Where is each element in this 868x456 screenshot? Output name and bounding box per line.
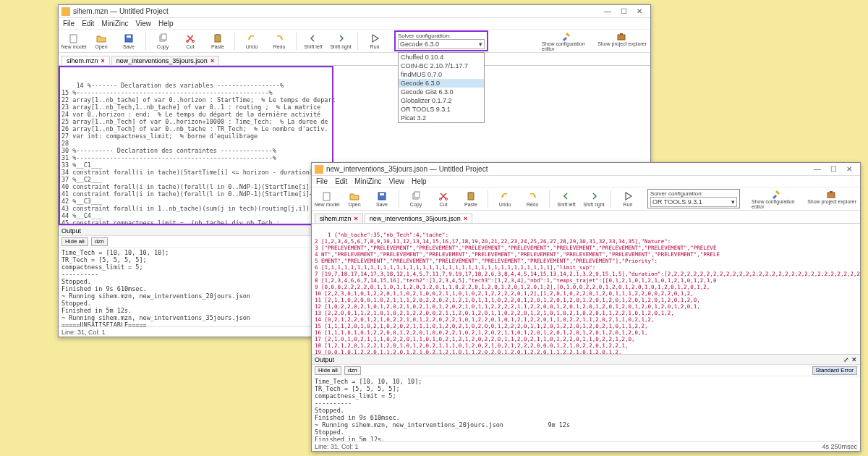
copy-button[interactable]: Copy bbox=[150, 33, 175, 49]
svg-rect-9 bbox=[618, 35, 625, 40]
close-button[interactable]: ✕ bbox=[631, 7, 647, 15]
std-error-button[interactable]: Standard Error bbox=[812, 366, 857, 375]
close-icon[interactable]: × bbox=[210, 57, 214, 64]
close-button[interactable]: ✕ bbox=[841, 165, 857, 173]
solver-option[interactable]: Gecode Gist 6.3.0 bbox=[399, 88, 484, 96]
solver-option[interactable]: findMUS 0.7.0 bbox=[399, 70, 484, 79]
svg-rect-21 bbox=[830, 191, 833, 193]
solver-option[interactable]: COIN-BC 2.10.7/1.17.7 bbox=[399, 62, 484, 70]
cut-button[interactable]: Cut bbox=[178, 33, 203, 49]
tab-json[interactable]: new_interventions_35jours.json× bbox=[365, 214, 472, 223]
menu-minizinc[interactable]: MiniZinc bbox=[101, 20, 128, 28]
solver-configuration: Solver configuration: Gecode 6.3.0 ▾ Chu… bbox=[394, 30, 488, 51]
svg-rect-2 bbox=[127, 35, 131, 38]
toolbar: New model Open Save Copy Cut Paste Undo … bbox=[312, 187, 860, 211]
solver-select[interactable]: OR TOOLS 9.3.1 ▾ bbox=[650, 197, 737, 207]
close-icon[interactable]: × bbox=[354, 215, 358, 222]
hide-all-button[interactable]: Hide all bbox=[61, 237, 88, 246]
output-title: Output bbox=[315, 356, 334, 363]
show-project-explorer[interactable]: Show project explorer bbox=[807, 189, 857, 209]
redo-button[interactable]: Redo bbox=[267, 33, 292, 49]
menu-minizinc[interactable]: MiniZinc bbox=[354, 177, 381, 185]
hide-all-button[interactable]: Hide all bbox=[315, 366, 341, 375]
chevron-down-icon: ▾ bbox=[479, 41, 482, 48]
svg-rect-8 bbox=[216, 34, 219, 35]
menu-bar: File Edit MiniZinc View Help bbox=[59, 18, 650, 30]
window-title: new_interventions_35jours.json — Untitle… bbox=[326, 165, 488, 173]
menu-help[interactable]: Help bbox=[158, 20, 174, 28]
undo-button[interactable]: Undo bbox=[493, 191, 517, 207]
data-window: new_interventions_35jours.json — Untitle… bbox=[311, 162, 861, 452]
menu-edit[interactable]: Edit bbox=[335, 177, 347, 185]
cut-button[interactable]: Cut bbox=[431, 191, 456, 207]
dzn-button[interactable]: dzn bbox=[344, 366, 361, 375]
save-button[interactable]: Save bbox=[116, 33, 141, 49]
solver-option-selected[interactable]: Gecode 6.3.0 bbox=[399, 79, 484, 88]
redo-button[interactable]: Redo bbox=[520, 191, 545, 207]
code-editor[interactable]: 1 {"nb_tache":35,"nb_Tech":4,"tache": 2 … bbox=[312, 224, 860, 354]
solver-option[interactable]: Picat 3.2 bbox=[399, 114, 484, 122]
svg-rect-11 bbox=[323, 193, 330, 200]
svg-rect-15 bbox=[414, 192, 420, 198]
chevron-down-icon: ▾ bbox=[731, 198, 735, 206]
output-detach[interactable]: ⤢ ✕ bbox=[843, 356, 857, 363]
new-model-button[interactable]: New model bbox=[61, 33, 86, 49]
menu-file[interactable]: File bbox=[63, 20, 75, 28]
run-button[interactable]: Run bbox=[362, 33, 387, 49]
shift-left-button[interactable]: Shift left bbox=[301, 33, 326, 49]
minimize-button[interactable]: — bbox=[600, 7, 616, 15]
editor-tabs: sihem.mzn× new_interventions_35jours.jso… bbox=[59, 53, 650, 66]
new-model-button[interactable]: New model bbox=[315, 191, 339, 207]
minimize-button[interactable]: — bbox=[809, 165, 825, 173]
menu-file[interactable]: File bbox=[316, 177, 328, 185]
solver-dropdown[interactable]: Chuffed 0.10.4 COIN-BC 2.10.7/1.17.7 fin… bbox=[398, 52, 485, 123]
menu-view[interactable]: View bbox=[389, 177, 405, 185]
dzn-button[interactable]: dzn bbox=[91, 237, 108, 246]
menu-view[interactable]: View bbox=[136, 20, 152, 28]
close-icon[interactable]: × bbox=[101, 57, 105, 64]
undo-icon bbox=[246, 33, 258, 43]
play-icon bbox=[369, 33, 380, 43]
title-bar: new_interventions_35jours.json — Untitle… bbox=[312, 163, 860, 176]
undo-button[interactable]: Undo bbox=[239, 33, 264, 49]
solver-option[interactable]: OR TOOLS 9.3.1 bbox=[399, 105, 484, 114]
save-button[interactable]: Save bbox=[370, 191, 394, 207]
shift-right-button[interactable]: Shift right bbox=[582, 191, 606, 207]
paste-button[interactable]: Paste bbox=[459, 191, 483, 207]
maximize-button[interactable]: ☐ bbox=[616, 7, 631, 15]
solver-configuration: Solver configuration: OR TOOLS 9.3.1 ▾ bbox=[647, 189, 740, 208]
show-project-explorer[interactable]: Show project explorer bbox=[597, 31, 647, 51]
close-icon[interactable]: × bbox=[464, 215, 467, 222]
menu-help[interactable]: Help bbox=[412, 177, 427, 185]
svg-rect-7 bbox=[215, 35, 221, 42]
app-icon bbox=[315, 165, 323, 174]
solver-option[interactable]: Globalizer 0.1.7.2 bbox=[399, 96, 484, 105]
svg-rect-4 bbox=[161, 34, 166, 40]
copy-button[interactable]: Copy bbox=[404, 191, 428, 207]
open-button[interactable]: Open bbox=[342, 191, 367, 207]
redo-icon bbox=[273, 33, 285, 43]
shift-right-button[interactable]: Shift right bbox=[328, 33, 353, 49]
status-bar: Line: 31, Col: 1 4s 250msec bbox=[312, 441, 860, 451]
show-config-editor[interactable]: Show configuration editor bbox=[542, 31, 592, 51]
scissors-icon bbox=[184, 33, 196, 43]
tab-sihem[interactable]: sihem.mzn× bbox=[315, 214, 363, 223]
output-body[interactable]: Time_Tech = [10, 10, 10, 10]; TR_Tech = … bbox=[312, 376, 860, 441]
open-button[interactable]: Open bbox=[89, 33, 114, 49]
menu-edit[interactable]: Edit bbox=[82, 20, 94, 28]
solver-option[interactable]: Chuffed 0.10.4 bbox=[399, 53, 484, 62]
svg-rect-0 bbox=[70, 35, 77, 43]
tab-sihem[interactable]: sihem.mzn× bbox=[61, 56, 110, 65]
solver-select[interactable]: Gecode 6.3.0 ▾ bbox=[398, 39, 485, 49]
solver-label: Solver configuration: bbox=[398, 33, 485, 39]
maximize-button[interactable]: ☐ bbox=[825, 165, 841, 173]
paste-button[interactable]: Paste bbox=[205, 33, 230, 49]
briefcase-icon bbox=[616, 31, 628, 41]
show-config-editor[interactable]: Show configuration editor bbox=[752, 189, 802, 209]
editor-tabs: sihem.mzn× new_interventions_35jours.jso… bbox=[312, 211, 860, 224]
window-title: sihem.mzn — Untitled Project bbox=[73, 7, 169, 15]
tab-json[interactable]: new_interventions_35jours.json× bbox=[111, 56, 219, 65]
shift-left-button[interactable]: Shift left bbox=[554, 191, 579, 207]
svg-rect-10 bbox=[620, 33, 623, 35]
run-button[interactable]: Run bbox=[616, 191, 640, 207]
